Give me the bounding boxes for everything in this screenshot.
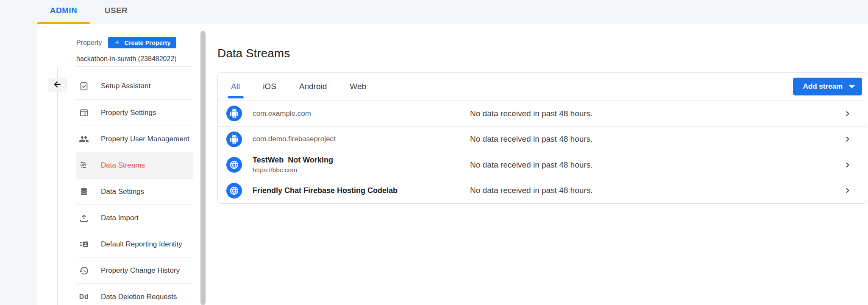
- sidebar-divider: [76, 66, 193, 67]
- back-arrow-icon: [53, 80, 62, 91]
- stream-name-block: Friendly Chat Firebase Hosting Codelab: [253, 186, 470, 195]
- sidebar-item-property-change-history[interactable]: Property Change History: [76, 257, 193, 283]
- database-icon: [79, 187, 89, 197]
- setup-assistant-icon: [79, 81, 89, 91]
- web-icon: [226, 183, 242, 199]
- property-label: Property: [76, 39, 102, 47]
- sidebar-item-setup-assistant[interactable]: Setup Assistant: [76, 73, 193, 99]
- stream-list: com.example.com No data received in past…: [218, 101, 867, 203]
- sidebar-item-data-streams[interactable]: Data Streams: [76, 152, 193, 178]
- stream-filter-tab-web[interactable]: Web: [338, 73, 378, 101]
- identity-icon: [79, 239, 89, 249]
- panel-divider-line: [57, 68, 58, 305]
- android-icon: [226, 106, 242, 121]
- stream-row[interactable]: Friendly Chat Firebase Hosting Codelab N…: [218, 178, 867, 204]
- data-streams-card: All iOS Android Web Add stream com.examp…: [217, 72, 867, 204]
- property-header: Property Create Property: [76, 37, 176, 48]
- page-title: Data Streams: [217, 47, 290, 60]
- stream-name: Friendly Chat Firebase Hosting Codelab: [253, 186, 470, 195]
- chevron-right-icon[interactable]: [843, 109, 853, 119]
- sidebar-item-default-reporting-identity[interactable]: Default Reporting Identity: [76, 231, 193, 257]
- property-nav: Setup Assistant Property Settings Proper…: [76, 73, 193, 305]
- sidebar-item-property-settings[interactable]: Property Settings: [76, 99, 193, 126]
- stream-url: https://bbc.com: [253, 166, 470, 174]
- active-tab-underline: [228, 96, 244, 98]
- tab-admin[interactable]: ADMIN: [37, 6, 90, 15]
- stream-filter-tab-all[interactable]: All: [220, 73, 251, 101]
- add-stream-label: Add stream: [803, 82, 843, 91]
- plus-icon: [114, 39, 120, 47]
- stream-filter-tab-ios[interactable]: iOS: [251, 73, 288, 101]
- stream-name: TestWeb_Not Working: [253, 156, 470, 165]
- web-icon: [226, 157, 242, 173]
- sidebar-scrollbar[interactable]: [200, 31, 206, 305]
- collapse-panel-button[interactable]: [48, 78, 67, 92]
- stream-row[interactable]: TestWeb_Not Working https://bbc.com No d…: [218, 152, 867, 178]
- stream-name-block: com.example.com: [253, 109, 470, 118]
- chevron-right-icon[interactable]: [843, 134, 853, 144]
- stream-row[interactable]: com.example.com No data received in past…: [218, 101, 867, 126]
- upload-icon: [79, 213, 89, 223]
- stream-row[interactable]: com.demo.firebaseproject No data receive…: [218, 126, 867, 152]
- stream-status: No data received in past 48 hours.: [470, 109, 829, 118]
- property-settings-icon: [79, 108, 89, 118]
- stream-filter-tab-android[interactable]: Android: [288, 73, 339, 101]
- stream-status: No data received in past 48 hours.: [470, 186, 829, 195]
- sidebar-item-property-user-management[interactable]: Property User Management: [76, 126, 193, 152]
- add-stream-button[interactable]: Add stream: [793, 78, 862, 95]
- chevron-right-icon[interactable]: [843, 185, 853, 196]
- stream-name: com.example.com: [253, 109, 470, 118]
- create-property-label: Create Property: [124, 39, 170, 46]
- data-streams-icon: [79, 160, 89, 171]
- stream-name-block: TestWeb_Not Working https://bbc.com: [253, 156, 470, 174]
- stream-status: No data received in past 48 hours.: [470, 134, 829, 144]
- chevron-right-icon[interactable]: [843, 160, 853, 170]
- stream-status: No data received in past 48 hours.: [470, 160, 829, 170]
- stream-name: com.demo.firebaseproject: [253, 135, 470, 143]
- sidebar-item-data-deletion-requests[interactable]: Dd Data Deletion Requests: [76, 283, 193, 305]
- sidebar-item-data-import[interactable]: Data Import: [76, 204, 193, 231]
- caret-down-icon: [849, 85, 855, 88]
- stream-name-block: com.demo.firebaseproject: [253, 135, 470, 143]
- data-deletion-icon: Dd: [79, 292, 89, 302]
- tab-user[interactable]: USER: [90, 6, 142, 15]
- sidebar-item-data-settings[interactable]: Data Settings: [76, 178, 193, 204]
- property-name: hackathon-in-surath (238482022): [76, 55, 177, 63]
- history-icon: [79, 266, 89, 276]
- create-property-button[interactable]: Create Property: [108, 37, 176, 48]
- stream-filter-tabs: All iOS Android Web Add stream: [218, 73, 867, 101]
- people-icon: [79, 134, 89, 144]
- android-icon: [226, 132, 242, 147]
